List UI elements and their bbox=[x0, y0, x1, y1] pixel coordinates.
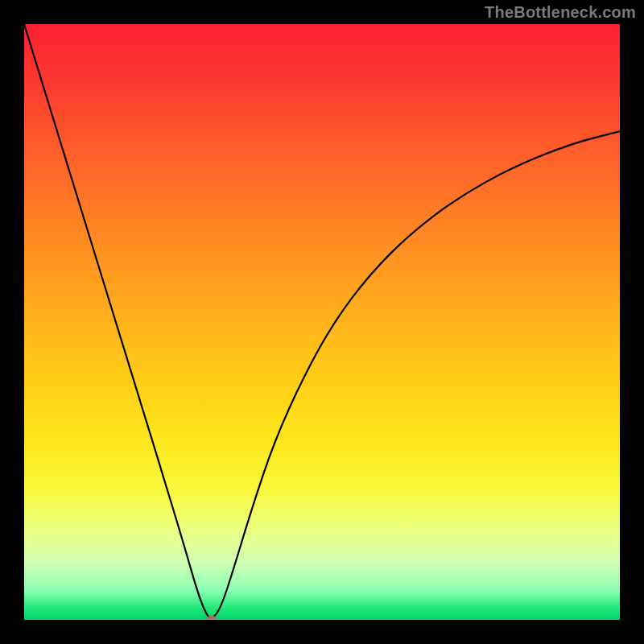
bottleneck-curve bbox=[24, 24, 620, 618]
curve-layer bbox=[24, 24, 620, 620]
chart-container: TheBottleneck.com bbox=[0, 0, 644, 644]
watermark-text: TheBottleneck.com bbox=[485, 3, 636, 22]
plot-area bbox=[24, 24, 620, 620]
minimum-marker bbox=[206, 616, 217, 621]
